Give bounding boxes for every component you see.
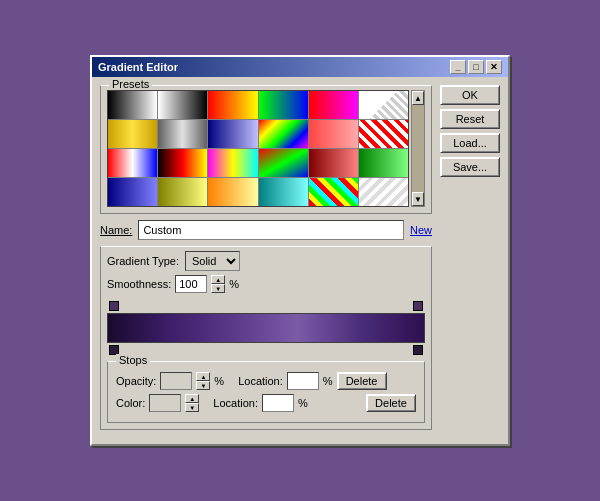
opacity-swatch[interactable]	[160, 372, 192, 390]
preset-15[interactable]	[208, 149, 257, 177]
gradient-settings-group: Gradient Type: Solid Noise Smoothness: ▲…	[100, 246, 432, 430]
ok-button[interactable]: OK	[440, 85, 500, 105]
preset-10[interactable]	[259, 120, 308, 148]
preset-13[interactable]	[108, 149, 157, 177]
opacity-location-pct: %	[323, 375, 333, 387]
top-stop-right[interactable]	[413, 301, 423, 311]
preset-11[interactable]	[309, 120, 358, 148]
preset-14[interactable]	[158, 149, 207, 177]
preset-2[interactable]	[158, 91, 207, 119]
color-location-label: Location:	[213, 397, 258, 409]
preset-1[interactable]	[108, 91, 157, 119]
save-button[interactable]: Save...	[440, 157, 500, 177]
color-swatch[interactable]	[149, 394, 181, 412]
close-button[interactable]: ✕	[486, 60, 502, 74]
color-location-pct: %	[298, 397, 308, 409]
scroll-down-button[interactable]: ▼	[412, 192, 424, 206]
smoothness-input[interactable]	[175, 275, 207, 293]
opacity-spinner[interactable]: ▲ ▼	[196, 372, 210, 390]
opacity-label: Opacity:	[116, 375, 156, 387]
maximize-button[interactable]: □	[468, 60, 484, 74]
stops-group-label: Stops	[116, 354, 150, 366]
scroll-track	[412, 105, 424, 192]
opacity-spinner-up[interactable]: ▲	[196, 372, 210, 381]
scroll-up-button[interactable]: ▲	[412, 91, 424, 105]
preset-8[interactable]	[158, 120, 207, 148]
gradient-type-select[interactable]: Solid Noise	[185, 251, 240, 271]
opacity-spinner-down[interactable]: ▼	[196, 381, 210, 390]
top-stop-left[interactable]	[109, 301, 119, 311]
color-delete-button[interactable]: Delete	[366, 394, 416, 412]
new-button[interactable]: New	[410, 224, 432, 236]
preset-7[interactable]	[108, 120, 157, 148]
gradient-type-label: Gradient Type:	[107, 255, 179, 267]
preset-18[interactable]	[359, 149, 408, 177]
preset-22[interactable]	[259, 178, 308, 206]
spinner-down[interactable]: ▼	[211, 284, 225, 293]
color-row: Color: ▲ ▼ Location: % Delete	[116, 394, 416, 412]
color-spinner-up[interactable]: ▲	[185, 394, 199, 403]
color-label: Color:	[116, 397, 145, 409]
preset-17[interactable]	[309, 149, 358, 177]
bottom-stop-right[interactable]	[413, 345, 423, 355]
preset-9[interactable]	[208, 120, 257, 148]
opacity-pct: %	[214, 375, 224, 387]
preset-19[interactable]	[108, 178, 157, 206]
window-title: Gradient Editor	[98, 61, 178, 73]
preset-20[interactable]	[158, 178, 207, 206]
preset-6[interactable]	[359, 91, 408, 119]
preset-16[interactable]	[259, 149, 308, 177]
smoothness-spinner[interactable]: ▲ ▼	[211, 275, 225, 293]
preset-12[interactable]	[359, 120, 408, 148]
name-field-label: Name:	[100, 224, 132, 236]
spinner-up[interactable]: ▲	[211, 275, 225, 284]
gradient-editor-window: Gradient Editor _ □ ✕ Presets	[90, 55, 510, 446]
name-row: Name: New	[100, 220, 432, 240]
preset-5[interactable]	[309, 91, 358, 119]
opacity-delete-button[interactable]: Delete	[337, 372, 387, 390]
color-spinner[interactable]: ▲ ▼	[185, 394, 199, 412]
name-input[interactable]	[138, 220, 404, 240]
smoothness-label: Smoothness:	[107, 278, 171, 290]
stops-group: Stops Opacity: ▲ ▼ % Location: % Dele	[107, 361, 425, 423]
preset-3[interactable]	[208, 91, 257, 119]
presets-grid	[107, 90, 409, 207]
opacity-location-input[interactable]	[287, 372, 319, 390]
presets-group: Presets	[100, 85, 432, 214]
opacity-location-label: Location:	[238, 375, 283, 387]
gradient-bar-container	[107, 301, 425, 355]
load-button[interactable]: Load...	[440, 133, 500, 153]
gradient-bottom-stops	[107, 345, 425, 355]
preset-4[interactable]	[259, 91, 308, 119]
presets-scrollbar: ▲ ▼	[411, 90, 425, 207]
color-location-input[interactable]	[262, 394, 294, 412]
reset-button[interactable]: Reset	[440, 109, 500, 129]
title-bar: Gradient Editor _ □ ✕	[92, 57, 508, 77]
preset-24[interactable]	[359, 178, 408, 206]
title-bar-controls: _ □ ✕	[450, 60, 502, 74]
window-body: Presets	[92, 77, 508, 444]
gradient-type-row: Gradient Type: Solid Noise	[107, 251, 425, 271]
side-buttons: OK Reset Load... Save...	[440, 85, 500, 436]
smoothness-row: Smoothness: ▲ ▼ %	[107, 275, 425, 293]
color-spinner-down[interactable]: ▼	[185, 403, 199, 412]
preset-21[interactable]	[208, 178, 257, 206]
main-content: Presets	[100, 85, 432, 436]
opacity-row: Opacity: ▲ ▼ % Location: % Delete	[116, 372, 416, 390]
presets-label: Presets	[109, 78, 152, 90]
gradient-bar[interactable]	[107, 313, 425, 343]
gradient-top-stops	[107, 301, 425, 311]
minimize-button[interactable]: _	[450, 60, 466, 74]
smoothness-pct: %	[229, 278, 239, 290]
preset-23[interactable]	[309, 178, 358, 206]
